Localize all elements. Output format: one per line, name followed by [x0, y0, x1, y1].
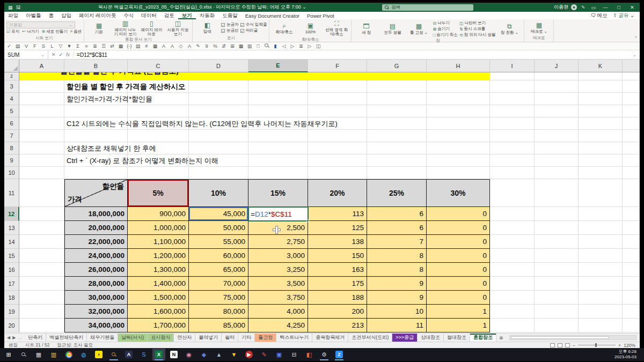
sheet-tab-날짜(서식)[interactable]: 날짜(서식): [118, 334, 148, 342]
cell-K9[interactable]: [579, 154, 623, 167]
qat-icon-16[interactable]: #: [144, 43, 149, 49]
new-sheet-button[interactable]: ⊕: [496, 334, 506, 342]
cube-app-icon[interactable]: ◆: [197, 349, 210, 360]
value-cell-E14[interactable]: 2,750: [248, 235, 308, 249]
ribbon-button-나가기[interactable]: ↩나가기: [22, 29, 39, 34]
cell-K14[interactable]: [579, 235, 623, 249]
normal-view-icon[interactable]: [550, 343, 555, 348]
ribbon-button-동시 스크롤[interactable]: ⇅동시 스크롤: [459, 26, 495, 32]
cell-H5[interactable]: [427, 105, 490, 117]
tab-검토[interactable]: 검토: [160, 12, 178, 19]
row-header-11[interactable]: 11: [4, 179, 19, 207]
cell-D8[interactable]: [189, 142, 248, 154]
cell-L20[interactable]: [623, 319, 640, 333]
tab-아벨툴[interactable]: 아벨툴: [22, 12, 45, 19]
cell-J3[interactable]: [535, 80, 579, 93]
cell-D7[interactable]: [189, 130, 248, 142]
collapse-ribbon-icon[interactable]: ⌃: [634, 36, 638, 41]
ribbon-button-나누기[interactable]: ⊟나누기: [433, 20, 457, 26]
cell-A4[interactable]: [19, 93, 64, 105]
browser-icon[interactable]: ◍: [77, 349, 90, 360]
cell-L7[interactable]: [623, 130, 640, 142]
value-cell-F19[interactable]: 200: [308, 305, 367, 319]
cell-K13[interactable]: [579, 221, 623, 235]
price-cell-B14[interactable]: 22,000,000: [64, 235, 128, 249]
cell-I12[interactable]: [490, 207, 535, 221]
cell-K10[interactable]: [579, 167, 623, 179]
printer-icon[interactable]: ⊟: [288, 349, 301, 360]
cell-K15[interactable]: [579, 249, 623, 263]
tab-데이터[interactable]: 데이터: [137, 12, 160, 19]
qat-icon-13[interactable]: ▦: [118, 43, 123, 49]
ribbon-button-새 창[interactable]: 🗔새 창: [354, 23, 378, 35]
column-header-B[interactable]: B: [64, 60, 128, 72]
row-header-20[interactable]: 20: [4, 319, 19, 333]
clock[interactable]: 오후 6:28 2023-05-03: [614, 349, 642, 360]
column-header-D[interactable]: D: [189, 60, 248, 72]
row-header-17[interactable]: 17: [4, 277, 19, 291]
cell-I5[interactable]: [490, 105, 535, 117]
sheet-view-dropdown[interactable]: 기본값⌄: [6, 21, 75, 28]
row-header-13[interactable]: 13: [4, 221, 19, 235]
value-cell-C16[interactable]: 1,300,000: [128, 263, 189, 277]
qat-icon-20[interactable]: ◇: [178, 43, 184, 49]
value-cell-D18[interactable]: 75,000: [189, 291, 248, 305]
value-cell-C18[interactable]: 1,500,000: [128, 291, 189, 305]
cell-G10[interactable]: [367, 167, 427, 179]
qat-icon-5[interactable]: L: [49, 43, 55, 49]
maximize-button[interactable]: □: [613, 5, 624, 10]
qat-icon-18[interactable]: A: [161, 43, 166, 49]
rate-price-corner-cell[interactable]: 할인율가격: [64, 179, 128, 207]
cell-F5[interactable]: [308, 105, 367, 117]
tab-도움말[interactable]: 도움말: [218, 12, 241, 19]
expand-formula-bar-icon[interactable]: ⌄: [633, 53, 640, 57]
share-button[interactable]: ⇪ 공유 ⌄: [613, 12, 634, 19]
cell-E10[interactable]: [248, 167, 308, 179]
row-header-6[interactable]: 6: [4, 117, 19, 130]
row-header-2[interactable]: 2: [4, 72, 19, 80]
accessibility-status[interactable]: 접근성: 조사 필요: [57, 342, 93, 349]
value-cell-D19[interactable]: 80,000: [189, 305, 248, 319]
start-button[interactable]: ⊞: [2, 349, 15, 360]
sheet-tab-필터[interactable]: 필터: [222, 334, 238, 342]
qat-icon-6[interactable]: ▽: [58, 43, 63, 49]
cell-D10[interactable]: [189, 167, 248, 179]
cell-F8[interactable]: [308, 142, 367, 154]
cell-L2[interactable]: [623, 72, 640, 80]
column-header-K[interactable]: K: [579, 60, 623, 72]
ribbon-button-선택 영역 확대/축소[interactable]: ⛶선택 영역 확대/축소: [324, 20, 349, 36]
cell-J8[interactable]: [535, 142, 579, 154]
qat-icon-8[interactable]: Σ: [75, 43, 80, 49]
cell-J4[interactable]: [535, 93, 579, 105]
cell-I3[interactable]: [490, 80, 535, 93]
zoom-out-button[interactable]: −: [573, 343, 575, 348]
comments-button[interactable]: 🗨 메모: [591, 12, 608, 19]
fill-handle[interactable]: [306, 219, 309, 222]
cell-L15[interactable]: [623, 249, 640, 263]
column-header-G[interactable]: G: [367, 60, 427, 72]
cell-J9[interactable]: [535, 154, 579, 167]
price-cell-B12[interactable]: 18,000,000: [64, 207, 128, 221]
price-cell-B17[interactable]: 28,000,000: [64, 277, 128, 291]
cell-A15[interactable]: [19, 249, 64, 263]
cell-G6[interactable]: [367, 117, 427, 130]
cell-J13[interactable]: [535, 221, 579, 235]
cell-A3[interactable]: [19, 80, 64, 93]
name-box[interactable]: SUM⌄: [4, 50, 48, 59]
cell-K7[interactable]: [579, 130, 623, 142]
value-cell-C13[interactable]: 1,000,000: [128, 221, 189, 235]
rate-header-5%[interactable]: 5%: [128, 179, 189, 207]
rate-header-15%[interactable]: 15%: [248, 179, 308, 207]
cell-L19[interactable]: [623, 305, 640, 319]
value-cell-E15[interactable]: 3,000: [248, 249, 308, 263]
sheet-tab-표시형식[interactable]: 표시형식: [148, 334, 174, 342]
zoom-slider[interactable]: [578, 345, 616, 345]
qat-icon-11[interactable]: ☰: [101, 43, 106, 49]
cell-J17[interactable]: [535, 277, 579, 291]
cell-D4[interactable]: [189, 93, 248, 105]
ribbon-button-확대/축소[interactable]: ⌕확대/축소: [272, 23, 296, 34]
ribbon-button-사용자 지정 보기[interactable]: ◫사용자 지정 보기: [165, 20, 190, 36]
sheet-tab-조건부서식(도리)[interactable]: 조건부서식(도리): [348, 334, 392, 342]
cell-J15[interactable]: [535, 249, 579, 263]
row-header-4[interactable]: 4: [4, 93, 19, 105]
